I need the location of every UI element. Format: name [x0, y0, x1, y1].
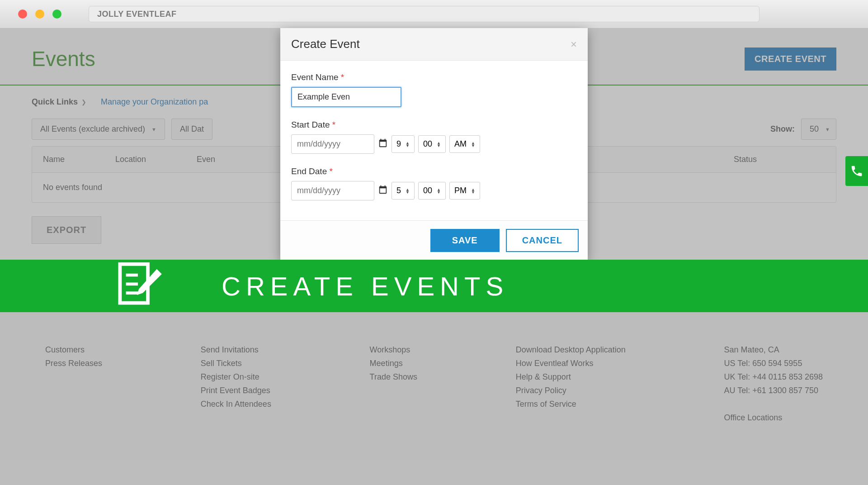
end-minute-select[interactable]: 00▲▼	[418, 182, 446, 200]
mac-titlebar: JOLLY EVENTLEAF	[0, 0, 868, 29]
close-icon[interactable]: ×	[571, 38, 577, 51]
create-events-banner: CREATE EVENTS	[0, 260, 868, 312]
end-ampm-select[interactable]: PM▲▼	[449, 182, 480, 200]
end-date-input[interactable]	[291, 181, 374, 200]
start-date-field: Start Date * 9▲▼ 00▲▼ AM▲▼	[291, 120, 577, 154]
end-date-label: End Date *	[291, 166, 577, 176]
event-name-field: Event Name *	[291, 72, 577, 107]
url-bar[interactable]: JOLLY EVENTLEAF	[89, 6, 760, 22]
end-hour-select[interactable]: 5▲▼	[392, 182, 415, 200]
start-ampm-select[interactable]: AM▲▼	[449, 135, 480, 153]
minimize-window-icon[interactable]	[35, 10, 44, 19]
banner-text: CREATE EVENTS	[222, 271, 509, 301]
start-hour-select[interactable]: 9▲▼	[392, 135, 415, 153]
start-minute-select[interactable]: 00▲▼	[418, 135, 446, 153]
modal-body: Event Name * Start Date * 9▲▼ 00▲▼ AM▲▼ …	[280, 61, 588, 220]
calendar-icon[interactable]	[378, 185, 388, 197]
start-date-label: Start Date *	[291, 120, 577, 130]
cancel-button[interactable]: CANCEL	[506, 229, 579, 252]
edit-document-icon	[113, 260, 163, 312]
traffic-lights	[18, 10, 61, 19]
start-date-input[interactable]	[291, 134, 374, 154]
event-name-input[interactable]	[291, 87, 401, 107]
maximize-window-icon[interactable]	[52, 10, 61, 19]
close-window-icon[interactable]	[18, 10, 27, 19]
save-button[interactable]: SAVE	[430, 229, 500, 252]
modal-header: Create Event ×	[280, 28, 588, 61]
create-event-modal: Create Event × Event Name * Start Date *…	[280, 28, 588, 260]
phone-icon	[850, 164, 863, 178]
phone-support-tab[interactable]	[845, 156, 868, 186]
modal-title: Create Event	[291, 37, 360, 51]
url-text: JOLLY EVENTLEAF	[97, 10, 177, 19]
calendar-icon[interactable]	[378, 138, 388, 151]
end-date-field: End Date * 5▲▼ 00▲▼ PM▲▼	[291, 166, 577, 200]
event-name-label: Event Name *	[291, 72, 577, 82]
modal-footer: SAVE CANCEL	[280, 220, 588, 260]
